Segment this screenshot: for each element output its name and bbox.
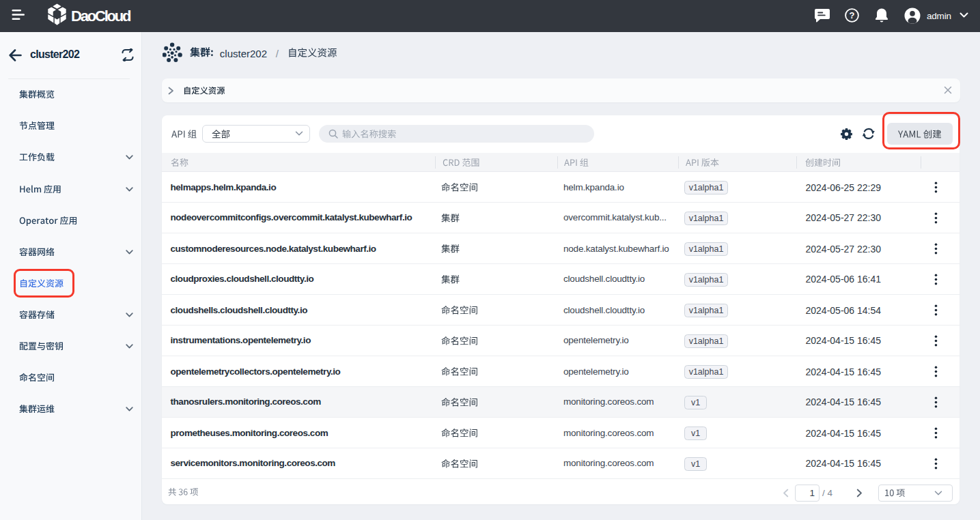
svg-text:?: ?: [850, 10, 855, 20]
